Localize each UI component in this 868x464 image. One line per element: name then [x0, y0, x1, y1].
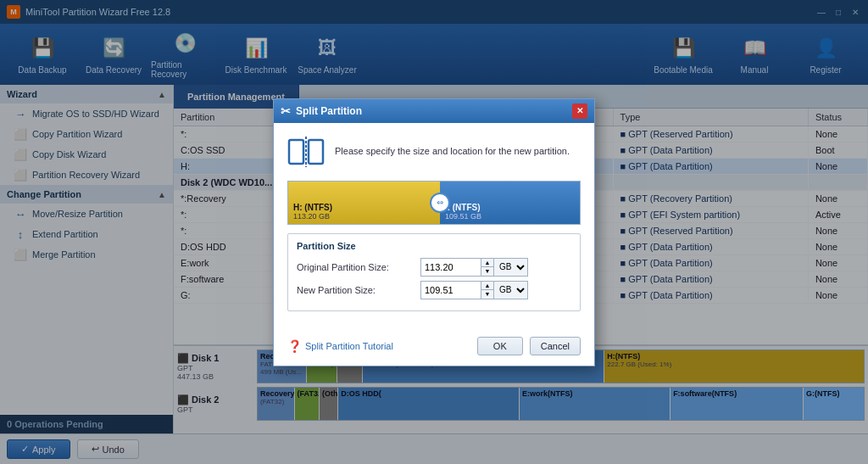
new-size-input[interactable] — [421, 282, 481, 299]
dialog-desc-row: Please specify the size and location for… — [287, 133, 581, 171]
new-size-down[interactable]: ▼ — [481, 290, 493, 299]
split-divider-icon[interactable]: ⇔ — [430, 193, 450, 213]
new-size-label: New Partition Size: — [297, 285, 415, 295]
original-size-down[interactable]: ▼ — [481, 267, 493, 276]
dialog-footer: ❓ Split Partition Tutorial OK Cancel — [274, 330, 594, 366]
dialog-overlay: ✂ Split Partition ✕ Please specify the s… — [0, 0, 868, 464]
split-left-size: 113.20 GB — [293, 212, 435, 221]
original-size-up[interactable]: ▲ — [481, 259, 493, 268]
split-right-label: I: (NTFS) — [445, 203, 575, 212]
tutorial-link[interactable]: ❓ Split Partition Tutorial — [287, 339, 470, 353]
new-size-input-group[interactable]: ▲ ▼ GB MB — [420, 281, 528, 299]
split-partition-dialog: ✂ Split Partition ✕ Please specify the s… — [273, 98, 595, 366]
dialog-title: Split Partition — [296, 105, 567, 117]
dialog-titlebar: ✂ Split Partition ✕ — [274, 99, 594, 123]
split-left-partition[interactable]: H: (NTFS) 113.20 GB — [288, 182, 440, 224]
cancel-button[interactable]: Cancel — [530, 337, 581, 355]
new-size-spinner[interactable]: ▲ ▼ — [481, 282, 493, 299]
new-size-row: New Partition Size: ▲ ▼ GB MB — [297, 281, 571, 299]
split-partition-visual-icon — [287, 133, 325, 171]
dialog-description: Please specify the size and location for… — [335, 145, 570, 158]
partition-size-title: Partition Size — [297, 241, 571, 251]
new-size-unit[interactable]: GB MB — [493, 282, 527, 299]
original-size-label: Original Partition Size: — [297, 262, 415, 272]
split-left-label: H: (NTFS) — [293, 203, 435, 212]
original-size-input[interactable] — [421, 259, 481, 276]
original-size-row: Original Partition Size: ▲ ▼ GB MB — [297, 258, 571, 277]
svg-rect-1 — [309, 140, 323, 164]
ok-button[interactable]: OK — [477, 337, 523, 355]
split-partition-dialog-icon: ✂ — [281, 104, 291, 118]
original-size-input-group[interactable]: ▲ ▼ GB MB — [420, 258, 528, 277]
split-visual[interactable]: H: (NTFS) 113.20 GB ⇔ I: (NTFS) 109.51 G… — [287, 181, 581, 225]
new-size-up[interactable]: ▲ — [481, 282, 493, 291]
split-right-partition[interactable]: ⇔ I: (NTFS) 109.51 GB — [440, 182, 580, 224]
partition-size-section: Partition Size Original Partition Size: … — [287, 233, 581, 311]
ok-label: OK — [493, 341, 507, 351]
dialog-close-button[interactable]: ✕ — [572, 103, 587, 119]
original-size-unit[interactable]: GB MB — [493, 259, 527, 276]
original-size-spinner[interactable]: ▲ ▼ — [481, 259, 493, 276]
tutorial-link-label: Split Partition Tutorial — [305, 341, 393, 351]
tutorial-link-icon: ❓ — [287, 339, 302, 353]
split-right-size: 109.51 GB — [445, 212, 575, 221]
svg-rect-0 — [289, 140, 303, 164]
dialog-content: Please specify the size and location for… — [274, 123, 594, 330]
cancel-label: Cancel — [541, 341, 570, 351]
